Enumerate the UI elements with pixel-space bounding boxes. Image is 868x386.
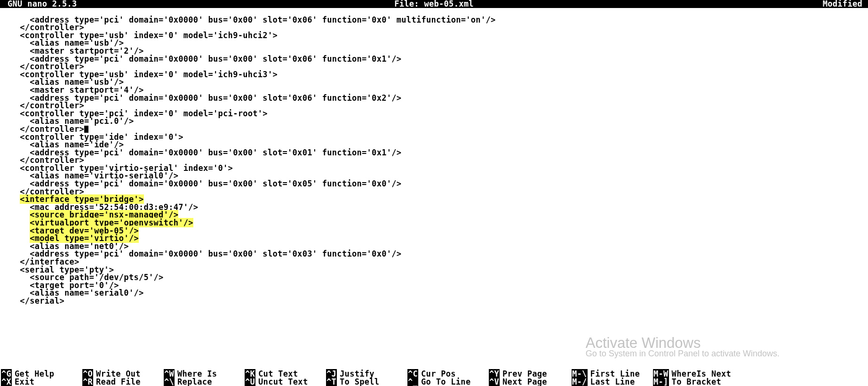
shortcut-label: Read File (93, 377, 141, 386)
shortcut-key: M-/ (572, 377, 588, 386)
editor-line: <model type='virtio'/> (0, 234, 868, 242)
help-shortcut: M-/Last Line (572, 378, 635, 386)
editor-line: <address type='pci' domain='0x0000' bus=… (0, 55, 868, 63)
windows-activation-watermark: Activate Windows Go to System in Control… (586, 339, 780, 358)
shortcut-key: ^V (489, 377, 500, 386)
editor-line: <alias name='pci.0'/> (0, 117, 868, 125)
shortcut-label: Exit (12, 377, 34, 386)
shortcut-label: To Spell (337, 377, 379, 386)
help-shortcut: ^UUncut Text (245, 378, 308, 386)
editor-line: <address type='pci' domain='0x0000' bus=… (0, 149, 868, 157)
editor-line: <source path='/dev/pts/5'/> (0, 273, 868, 281)
editor-line: <controller type='usb' index='0' model='… (0, 32, 868, 40)
shortcut-key: ^X (1, 377, 12, 386)
help-shortcut: ^RRead File (82, 378, 141, 386)
help-shortcut: M-]To Bracket (653, 378, 721, 386)
help-shortcut: ^_Go To Line (407, 378, 470, 386)
shortcut-key: ^T (326, 377, 337, 386)
help-shortcut: ^VNext Page (489, 378, 547, 386)
help-shortcut: ^XExit (1, 378, 34, 386)
shortcut-key: ^U (245, 377, 255, 386)
help-shortcut: ^TTo Spell (326, 378, 379, 386)
shortcut-key: ^\ (164, 377, 175, 386)
shortcut-label: Go To Line (418, 377, 470, 386)
editor-line: <address type='pci' domain='0x0000' bus=… (0, 250, 868, 258)
watermark-sub: Go to System in Control Panel to activat… (586, 350, 780, 358)
editor-line: <controller type='usb' index='0' model='… (0, 71, 868, 79)
editor-line: </controller> (0, 125, 868, 133)
app-name: GNU nano 2.5.3 (8, 0, 77, 8)
editor-line: </interface> (0, 258, 868, 266)
shortcut-label: Replace (175, 377, 212, 386)
file-name: File: web-05.xml (394, 0, 474, 8)
shortcut-key: ^R (82, 377, 93, 386)
modified-status: Modified (823, 0, 862, 8)
shortcut-label: Last Line (588, 377, 635, 386)
editor-line: <address type='pci' domain='0x0000' bus=… (0, 94, 868, 102)
watermark-title: Activate Windows (586, 339, 780, 347)
shortcut-label: Uncut Text (255, 377, 308, 386)
shortcut-label: To Bracket (669, 377, 721, 386)
editor-line: <controller type='ide' index='0'> (0, 133, 868, 141)
editor-line: <alias name='serial0'/> (0, 289, 868, 297)
shortcut-label: Next Page (500, 377, 547, 386)
shortcut-key: M-] (653, 377, 669, 386)
nano-titlebar: GNU nano 2.5.3 File: web-05.xml Modified (0, 0, 868, 8)
shortcut-key: ^_ (407, 377, 418, 386)
help-bar: ^GGet Help^OWrite Out^WWhere Is^KCut Tex… (0, 370, 868, 386)
help-shortcut: ^\Replace (164, 378, 212, 386)
editor-line: <address type='pci' domain='0x0000' bus=… (0, 180, 868, 188)
editor-viewport[interactable]: <address type='pci' domain='0x0000' bus=… (0, 8, 868, 305)
editor-line: <address type='pci' domain='0x0000' bus=… (0, 16, 868, 24)
text-cursor (84, 126, 88, 133)
editor-line: </serial> (0, 297, 868, 305)
